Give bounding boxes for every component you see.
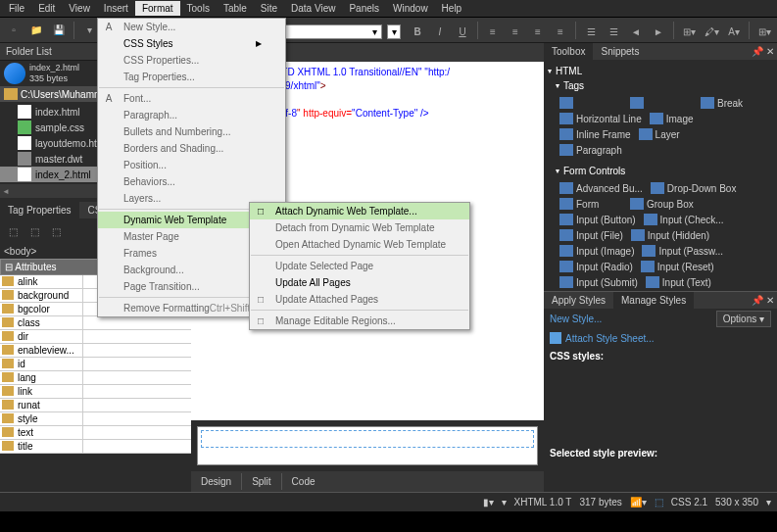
open-button[interactable]: 📁 — [26, 21, 46, 40]
toolbox-input-reset-[interactable]: Input (Reset) — [637, 259, 718, 274]
toolbox-input-file-[interactable]: Input (File) — [556, 227, 627, 243]
attr-id[interactable]: id — [0, 358, 191, 371]
tab-code[interactable]: Code — [282, 473, 325, 490]
menu-item-behaviors-: Behaviors... — [98, 173, 285, 190]
menu-item-borders-and-shading-: Borders and Shading... — [98, 140, 285, 157]
pin-icon[interactable]: 📌 ✕ — [749, 292, 777, 309]
menu-item-css-styles[interactable]: CSS Styles▶ — [98, 35, 285, 52]
toolbox-group-box[interactable]: Group Box — [626, 196, 698, 212]
toolbox-input-check-[interactable]: Input (Check... — [640, 212, 728, 227]
tab-manage-styles[interactable]: Manage Styles — [613, 292, 694, 309]
italic-button[interactable]: I — [430, 22, 450, 41]
menu-tools[interactable]: Tools — [180, 1, 217, 16]
toolbox-input-text-[interactable]: Input (Text) — [642, 274, 715, 290]
attr-runat[interactable]: runat — [0, 399, 191, 412]
new-style-link[interactable]: New Style... — [544, 311, 710, 327]
menu-window[interactable]: Window — [386, 1, 435, 16]
attr-class[interactable]: class — [0, 316, 191, 330]
section-form-controls[interactable]: Form Controls — [548, 164, 773, 178]
tab-design[interactable]: Design — [191, 473, 242, 490]
indent-button[interactable]: ► — [649, 22, 668, 41]
toolbox-inline-frame[interactable]: Inline Frame — [556, 126, 635, 142]
menu-help[interactable]: Help — [435, 1, 469, 16]
numbered-list-button[interactable]: ☰ — [604, 22, 623, 41]
options-button[interactable]: Options ▾ — [716, 311, 771, 327]
dwt-submenu: □Attach Dynamic Web Template...Detach fr… — [249, 202, 470, 330]
highlight-button[interactable]: 🖍▾ — [702, 22, 721, 41]
toolbox--span-[interactable] — [626, 95, 697, 111]
border-button[interactable]: ⊞▾ — [679, 22, 699, 41]
expand-button[interactable]: ⬚ — [46, 221, 66, 241]
tab-snippets[interactable]: Snippets — [593, 43, 647, 60]
toolbox-drop-down-box[interactable]: Drop-Down Box — [647, 180, 741, 196]
toolbox-form[interactable]: Form — [556, 196, 626, 212]
status-flag[interactable]: ▮▾ — [483, 497, 494, 508]
underline-button[interactable]: U — [453, 22, 472, 41]
table-button[interactable]: ⊞▾ — [754, 22, 774, 41]
attr-enableview[interactable]: enableview... — [0, 344, 191, 358]
toolbox-break[interactable]: Break — [697, 95, 767, 111]
dropdown-icon[interactable]: ▾ — [79, 21, 99, 40]
toolbox-input-passw-[interactable]: Input (Passw... — [638, 243, 727, 259]
font-color-button[interactable]: A▾ — [724, 22, 744, 41]
menu-format[interactable]: Format — [135, 1, 180, 16]
status-css[interactable]: CSS 2.1 — [671, 497, 707, 508]
list-button[interactable]: ☰ — [581, 22, 601, 41]
toolbox-input-radio-[interactable]: Input (Radio) — [556, 259, 637, 274]
tab-tag-properties[interactable]: Tag Properties — [0, 202, 79, 218]
view-mode-tabs: Design Split Code — [191, 471, 544, 492]
menu-insert[interactable]: Insert — [97, 1, 135, 16]
attr-text[interactable]: text — [0, 426, 191, 440]
menu-item-new-style-: ANew Style... — [98, 19, 285, 35]
align-left-button[interactable]: ≡ — [483, 22, 503, 41]
tab-apply-styles[interactable]: Apply Styles — [544, 292, 613, 309]
toolbox-input-button-[interactable]: Input (Button) — [556, 212, 640, 227]
toolbox-advanced-bu-[interactable]: Advanced Bu... — [556, 180, 647, 196]
status-connection[interactable]: 📶▾ — [630, 497, 647, 508]
toolbox-input-image-[interactable]: Input (Image) — [556, 243, 638, 259]
toolbox-layer[interactable]: Layer — [635, 126, 705, 142]
toolbox-horizontal-line[interactable]: Horizontal Line — [556, 111, 646, 126]
status-dimensions[interactable]: 530 x 350 — [715, 497, 758, 508]
status-doctype[interactable]: XHTML 1.0 T — [514, 497, 572, 508]
menu-table[interactable]: Table — [217, 1, 254, 16]
size-dropdown[interactable]: ▾ — [387, 24, 401, 39]
menu-view[interactable]: View — [62, 1, 97, 16]
format-toolbar: B I U ≡ ≡ ≡ ≡ ☰ ☰ ◄ ► ⊞▾ 🖍▾ A▾ ⊞▾ — [408, 22, 774, 41]
attr-title[interactable]: title — [0, 440, 191, 454]
align-right-button[interactable]: ≡ — [528, 22, 548, 41]
outdent-button[interactable]: ◄ — [626, 22, 646, 41]
tab-toolbox[interactable]: Toolbox — [544, 43, 593, 60]
new-button[interactable]: ▫ — [4, 21, 24, 40]
filter-button[interactable]: ⬚ — [24, 221, 44, 241]
menu-site[interactable]: Site — [254, 1, 284, 16]
submenu-item-attach-dynamic-web-template-[interactable]: □Attach Dynamic Web Template... — [250, 203, 469, 219]
design-view[interactable] — [197, 426, 538, 465]
toolbox-paragraph[interactable]: Paragraph — [556, 142, 626, 158]
attach-stylesheet-link[interactable]: Attach Style Sheet... — [544, 329, 777, 347]
submenu-item-update-all-pages[interactable]: Update All Pages — [250, 274, 469, 291]
justify-button[interactable]: ≡ — [551, 22, 570, 41]
pin-icon[interactable]: 📌 ✕ — [749, 43, 777, 60]
status-schema[interactable]: ⬚ — [655, 497, 663, 508]
section-tags[interactable]: Tags — [548, 78, 773, 93]
toolbox--div-[interactable] — [556, 95, 626, 111]
sort-button[interactable]: ⬚ — [3, 221, 23, 241]
attr-style[interactable]: style — [0, 412, 191, 426]
toolbox-input-submit-[interactable]: Input (Submit) — [556, 274, 642, 290]
menu-edit[interactable]: Edit — [31, 1, 62, 16]
section-html[interactable]: HTML — [548, 64, 773, 78]
toolbox-image[interactable]: Image — [646, 111, 716, 126]
menu-file[interactable]: File — [2, 1, 31, 16]
bold-button[interactable]: B — [408, 22, 427, 41]
menu-item-bullets-and-numbering-: Bullets and Numbering... — [98, 123, 285, 140]
save-button[interactable]: 💾 — [49, 21, 69, 40]
attr-lang[interactable]: lang — [0, 371, 191, 385]
menu-data-view[interactable]: Data View — [284, 1, 342, 16]
align-center-button[interactable]: ≡ — [506, 22, 525, 41]
attr-link[interactable]: link — [0, 385, 191, 399]
menu-panels[interactable]: Panels — [342, 1, 386, 16]
attr-dir[interactable]: dir — [0, 330, 191, 344]
toolbox-input-hidden-[interactable]: Input (Hidden) — [627, 227, 713, 243]
tab-split[interactable]: Split — [242, 473, 281, 490]
